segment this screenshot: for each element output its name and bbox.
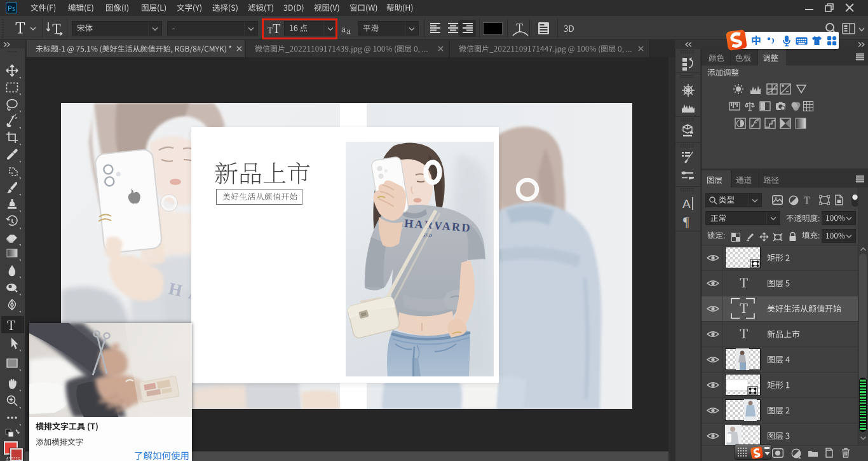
svg-text:¶: ¶ bbox=[683, 214, 689, 229]
svg-text:A: A bbox=[682, 197, 691, 210]
